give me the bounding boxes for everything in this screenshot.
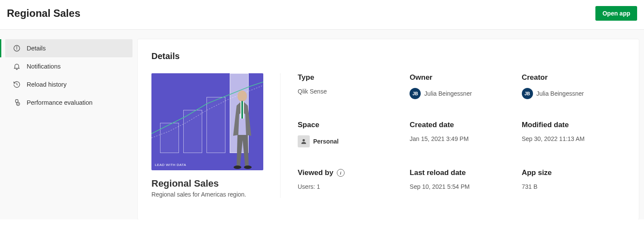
- meta-owner: Owner JB Julia Beingessner: [410, 73, 513, 107]
- meta-modified-date: Modified date Sep 30, 2022 11:13 AM: [522, 121, 625, 155]
- metadata-grid: Type Qlik Sense Owner JB Julia Beingessn…: [298, 73, 625, 198]
- person-icon: [298, 135, 310, 147]
- thumbnail-column: LEAD WITH DATA Regional Sales Regional s…: [151, 73, 280, 198]
- meta-value: Sep 30, 2022 11:13 AM: [522, 135, 625, 142]
- svg-point-7: [234, 166, 241, 169]
- space-name: Personal: [313, 138, 339, 145]
- details-panel: Details: [138, 39, 639, 219]
- space-chip[interactable]: Personal: [298, 135, 339, 147]
- owner-name: Julia Beingessner: [424, 90, 472, 97]
- meta-label: Creator: [522, 73, 625, 82]
- sidebar-item-label: Reload history: [27, 81, 67, 88]
- sidebar: Details Notifications Reload history Per…: [0, 30, 138, 219]
- info-icon: [13, 44, 21, 52]
- meta-creator: Creator JB Julia Beingessner: [522, 73, 625, 107]
- details-row: LEAD WITH DATA Regional Sales Regional s…: [151, 73, 625, 198]
- body-area: Details Notifications Reload history Per…: [0, 30, 644, 219]
- meta-label: Modified date: [522, 121, 625, 129]
- meta-type: Type Qlik Sense: [298, 73, 401, 107]
- page-title: Regional Sales: [7, 7, 80, 19]
- meta-label: Last reload date: [410, 169, 513, 177]
- sidebar-item-details[interactable]: Details: [5, 39, 132, 57]
- open-app-button[interactable]: Open app: [595, 6, 637, 21]
- info-icon[interactable]: i: [337, 169, 345, 177]
- svg-point-8: [244, 166, 252, 169]
- meta-label: Viewed by i: [298, 169, 401, 177]
- svg-point-2: [16, 47, 17, 47]
- meta-label: Type: [298, 73, 401, 82]
- avatar: JB: [522, 88, 533, 99]
- meta-space: Space Personal: [298, 121, 401, 155]
- meta-label: Owner: [410, 73, 513, 82]
- sidebar-item-reload-history[interactable]: Reload history: [5, 75, 132, 94]
- meta-value: JB Julia Beingessner: [522, 88, 625, 99]
- meta-created-date: Created date Jan 15, 2021 3:49 PM: [410, 121, 513, 155]
- meta-value: Qlik Sense: [298, 88, 401, 95]
- app-thumbnail: LEAD WITH DATA: [151, 73, 263, 170]
- meta-value: Jan 15, 2021 3:49 PM: [410, 135, 513, 142]
- sidebar-item-label: Details: [27, 45, 46, 52]
- avatar: JB: [410, 88, 421, 99]
- sidebar-item-label: Performance evaluation: [27, 99, 92, 106]
- history-icon: [13, 81, 21, 88]
- svg-rect-6: [241, 101, 243, 119]
- meta-value: Personal: [298, 135, 401, 147]
- sidebar-item-notifications[interactable]: Notifications: [5, 57, 132, 75]
- meta-value: 731 B: [522, 183, 625, 190]
- performance-icon: [13, 99, 21, 106]
- meta-app-size: App size 731 B: [522, 169, 625, 198]
- thumb-person: [225, 88, 259, 169]
- svg-point-4: [237, 91, 247, 102]
- meta-value: Sep 10, 2021 5:54 PM: [410, 183, 513, 190]
- meta-label: Created date: [410, 121, 513, 129]
- meta-last-reload-date: Last reload date Sep 10, 2021 5:54 PM: [410, 169, 513, 198]
- meta-value: Users: 1: [298, 183, 401, 190]
- meta-label: Space: [298, 121, 401, 129]
- section-title: Details: [151, 51, 625, 61]
- meta-label-text: Viewed by: [298, 169, 333, 177]
- page-header: Regional Sales Open app: [0, 0, 644, 30]
- thumb-caption: LEAD WITH DATA: [155, 163, 186, 167]
- app-description: Regional sales for Americas region.: [151, 191, 263, 198]
- meta-value: JB Julia Beingessner: [410, 88, 513, 99]
- bell-icon: [13, 62, 21, 70]
- creator-name: Julia Beingessner: [536, 90, 584, 97]
- sidebar-item-label: Notifications: [27, 63, 61, 70]
- svg-point-9: [302, 139, 305, 141]
- meta-viewed-by: Viewed by i Users: 1: [298, 169, 401, 198]
- meta-label: App size: [522, 169, 625, 177]
- app-name: Regional Sales: [151, 178, 263, 189]
- sidebar-item-performance-evaluation[interactable]: Performance evaluation: [5, 94, 132, 112]
